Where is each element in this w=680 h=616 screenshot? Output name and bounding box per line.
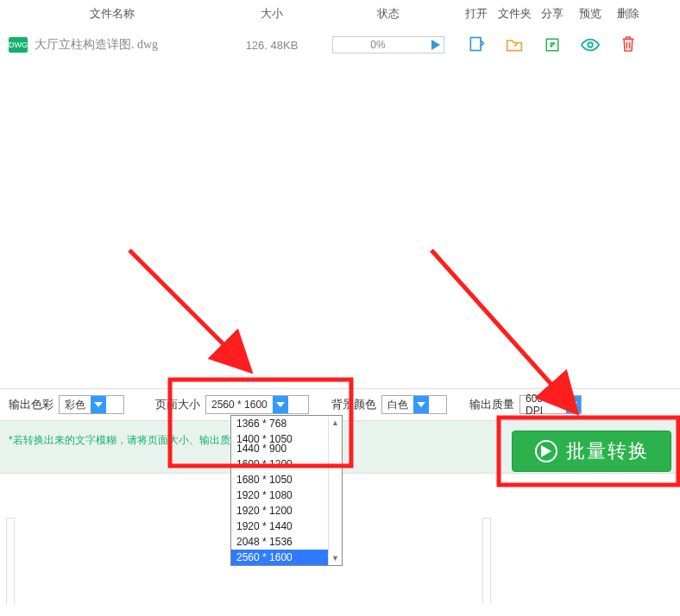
- dwg-file-icon: DWG: [9, 37, 28, 53]
- page-size-option[interactable]: 1366 * 768: [231, 416, 328, 431]
- svg-marker-0: [431, 40, 440, 50]
- page-size-select[interactable]: 2560 * 1600: [205, 395, 309, 414]
- col-header-preview: 预览: [571, 6, 609, 22]
- col-header-open: 打开: [457, 6, 495, 22]
- page-size-option[interactable]: 2560 * 1600: [231, 550, 328, 565]
- svg-marker-8: [541, 445, 551, 457]
- output-color-select[interactable]: 彩色: [59, 395, 124, 414]
- delete-trash-icon[interactable]: [619, 35, 638, 53]
- svg-point-3: [588, 42, 593, 47]
- bg-color-value: 白色: [382, 398, 413, 412]
- play-icon[interactable]: [431, 40, 440, 50]
- svg-line-9: [129, 250, 250, 371]
- output-quality-label: 输出质量: [469, 397, 514, 412]
- svg-rect-1: [470, 38, 481, 51]
- play-circle-icon: [535, 440, 557, 462]
- page-size-value: 2560 * 1600: [206, 399, 273, 411]
- col-header-status: 状态: [319, 6, 457, 22]
- page-size-option[interactable]: 1440 * 900: [231, 441, 328, 456]
- chevron-down-icon: [413, 396, 429, 413]
- output-color-label: 输出色彩: [9, 397, 54, 412]
- col-header-folder: 文件夹: [495, 6, 533, 22]
- folder-icon[interactable]: [505, 35, 524, 54]
- progress-bar[interactable]: 0%: [332, 36, 444, 53]
- chevron-down-icon: [273, 396, 288, 413]
- bg-color-label: 背景颜色: [331, 397, 376, 412]
- open-file-icon[interactable]: [467, 35, 486, 53]
- scrollbar[interactable]: ▲ ▼: [328, 416, 342, 565]
- panel-frame: [6, 518, 15, 604]
- page-size-option[interactable]: 1920 * 1200: [231, 503, 328, 519]
- col-header-delete: 删除: [609, 6, 647, 22]
- col-header-share: 分享: [533, 6, 571, 22]
- share-icon[interactable]: [543, 35, 562, 54]
- progress-text: 0%: [333, 39, 423, 51]
- svg-marker-6: [417, 402, 425, 407]
- scroll-up-icon[interactable]: ▲: [329, 416, 342, 430]
- output-quality-select[interactable]: 600 DPI: [519, 395, 582, 414]
- svg-marker-5: [276, 402, 285, 407]
- chevron-down-icon: [91, 396, 106, 413]
- page-size-option[interactable]: 1920 * 1440: [231, 519, 328, 534]
- file-table-header: 文件名称 大小 状态 打开 文件夹 分享 预览 删除: [0, 0, 680, 28]
- chevron-down-icon: [566, 396, 581, 413]
- page-size-option[interactable]: 1680 * 1050: [231, 472, 328, 487]
- page-size-option[interactable]: 1920 * 1080: [231, 487, 328, 503]
- panel-frame: [482, 518, 491, 604]
- svg-marker-4: [94, 402, 103, 407]
- bg-color-select[interactable]: 白色: [381, 395, 447, 414]
- col-header-size: 大小: [224, 6, 319, 22]
- batch-convert-button[interactable]: 批量转换: [512, 431, 671, 472]
- preview-eye-icon[interactable]: [581, 35, 600, 54]
- output-quality-value: 600 DPI: [520, 393, 566, 417]
- page-size-dropdown[interactable]: 1366 * 7681400 * 10501440 * 9001600 * 12…: [230, 415, 343, 566]
- svg-marker-7: [569, 402, 577, 407]
- scroll-down-icon[interactable]: ▼: [329, 551, 342, 565]
- file-name: 大厅立柱构造详图. dwg: [35, 37, 158, 53]
- col-header-name: 文件名称: [0, 6, 224, 22]
- page-size-option[interactable]: 1600 * 1200: [231, 456, 328, 472]
- output-color-value: 彩色: [60, 398, 91, 412]
- page-size-option[interactable]: 2048 * 1536: [231, 534, 328, 550]
- batch-convert-label: 批量转换: [566, 438, 649, 464]
- table-row: DWG 大厅立柱构造详图. dwg 126. 48KB 0%: [0, 28, 680, 62]
- page-size-label: 页面大小: [155, 397, 200, 412]
- file-size: 126. 48KB: [224, 39, 319, 52]
